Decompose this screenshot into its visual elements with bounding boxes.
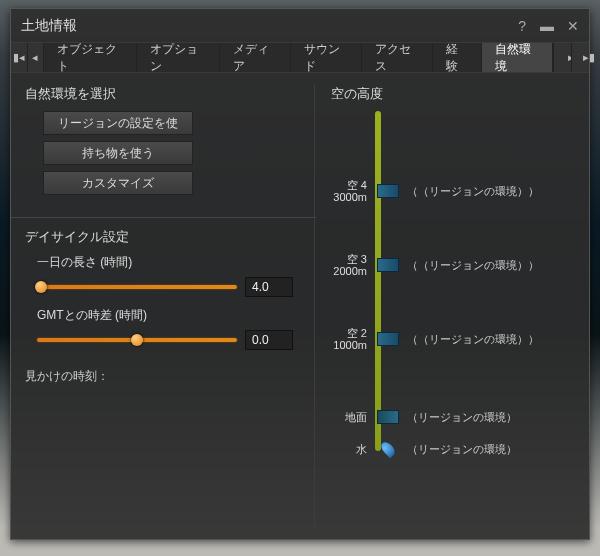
titlebar: 土地情報 ? ▬ ✕	[11, 9, 589, 43]
gmt-offset-input[interactable]: 0.0	[245, 330, 293, 350]
tab-scroll-first-icon[interactable]: ▮◂	[11, 43, 28, 72]
altitude-ground-env: （リージョンの環境）	[405, 410, 517, 425]
altitude-sky2-env: （（リージョンの環境））	[405, 332, 539, 347]
altitude-water-env: （リージョンの環境）	[405, 442, 517, 457]
tab-scroll-last-icon[interactable]: ▸▮	[571, 43, 589, 72]
altitude-sky4[interactable]: 空 43000m （（リージョンの環境））	[325, 177, 539, 205]
tab-scroll-right-icon[interactable]: ▸	[553, 43, 571, 72]
day-length-input[interactable]: 4.0	[245, 277, 293, 297]
altitude-sky3-env: （（リージョンの環境））	[405, 258, 539, 273]
altitude-sky3-label: 空 32000m	[325, 253, 371, 277]
daycycle-title: デイサイクル設定	[25, 228, 302, 246]
customize-button[interactable]: カスタマイズ	[43, 171, 193, 195]
tab-experiences[interactable]: 経験	[433, 43, 482, 72]
tab-bar: ▮◂ ◂ オブジェクト オプション メディア サウンド アクセス 経験 自然環境…	[11, 43, 589, 73]
sky-marker-icon[interactable]	[377, 258, 399, 272]
altitude-sky2-label: 空 21000m	[325, 327, 371, 351]
day-length-slider[interactable]	[37, 281, 237, 293]
land-info-window: 土地情報 ? ▬ ✕ ▮◂ ◂ オブジェクト オプション メディア サウンド ア…	[10, 8, 590, 540]
altitude-sky2[interactable]: 空 21000m （（リージョンの環境））	[325, 325, 539, 353]
help-icon[interactable]: ?	[518, 18, 526, 34]
gmt-offset-label: GMTとの時差 (時間)	[31, 307, 302, 324]
altitude-sky4-label: 空 43000m	[325, 179, 371, 203]
gmt-offset-slider[interactable]	[37, 334, 237, 346]
tab-environment[interactable]: 自然環境	[482, 43, 553, 72]
use-inventory-button[interactable]: 持ち物を使う	[43, 141, 193, 165]
sky-marker-icon[interactable]	[377, 332, 399, 346]
tab-scroll-left-icon[interactable]: ◂	[28, 43, 45, 72]
altitude-water-label: 水	[325, 443, 371, 455]
use-region-button[interactable]: リージョンの設定を使	[43, 111, 193, 135]
altitude-ground-label: 地面	[325, 411, 371, 423]
altitude-sky3[interactable]: 空 32000m （（リージョンの環境））	[325, 251, 539, 279]
water-drop-icon	[379, 440, 397, 458]
close-icon[interactable]: ✕	[567, 18, 579, 34]
content-area: 自然環境を選択 リージョンの設定を使 持ち物を使う カスタマイズ デイサイクル設…	[11, 73, 589, 539]
tab-sound[interactable]: サウンド	[291, 43, 362, 72]
window-title: 土地情報	[21, 17, 518, 35]
env-select-label: 自然環境を選択	[25, 85, 302, 103]
minimize-icon[interactable]: ▬	[540, 18, 553, 34]
altitude-track-area: 空 43000m （（リージョンの環境）） 空 32000m （（リージョンの環…	[375, 111, 575, 451]
tab-access[interactable]: アクセス	[362, 43, 433, 72]
tab-options[interactable]: オプション	[137, 43, 219, 72]
sky-marker-icon[interactable]	[377, 184, 399, 198]
apparent-time-label: 見かけの時刻：	[25, 368, 302, 385]
tab-objects[interactable]: オブジェクト	[44, 43, 137, 72]
left-panel: 自然環境を選択 リージョンの設定を使 持ち物を使う カスタマイズ デイサイクル設…	[25, 85, 315, 529]
sky-altitude-title: 空の高度	[331, 85, 575, 103]
divider	[11, 217, 316, 218]
tab-media[interactable]: メディア	[220, 43, 291, 72]
altitude-ground: 地面 （リージョンの環境）	[325, 403, 517, 431]
ground-marker-icon	[377, 410, 399, 424]
altitude-sky4-env: （（リージョンの環境））	[405, 184, 539, 199]
right-panel: 空の高度 空 43000m （（リージョンの環境）） 空 32000m （（リー…	[315, 85, 575, 529]
altitude-water: 水 （リージョンの環境）	[325, 435, 517, 463]
day-length-label: 一日の長さ (時間)	[31, 254, 302, 271]
altitude-track[interactable]	[375, 111, 381, 451]
